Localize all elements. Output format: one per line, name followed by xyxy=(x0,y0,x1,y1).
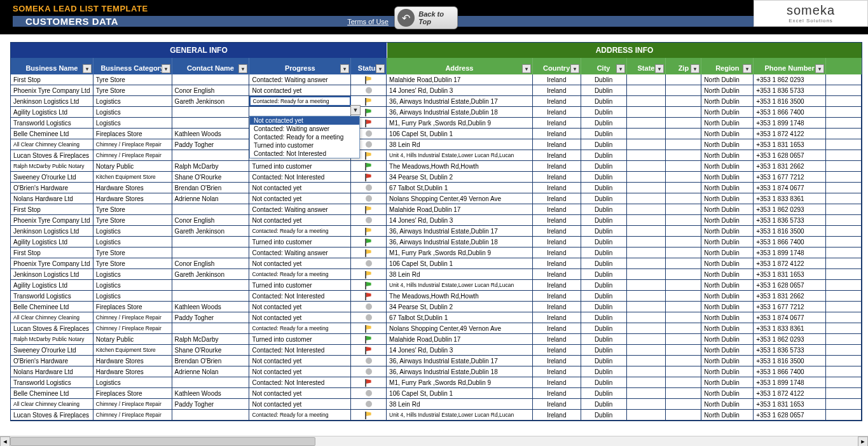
cell-country[interactable]: Ireland xyxy=(533,193,581,204)
cell-address[interactable]: 67 Talbot St,Dublin 1 xyxy=(387,312,533,323)
cell-city[interactable]: Dublin xyxy=(581,139,627,150)
cell-region[interactable]: North Dublin xyxy=(701,139,754,150)
cell-status[interactable] xyxy=(351,291,387,301)
cell-zip[interactable] xyxy=(666,345,701,355)
cell-address[interactable]: Unit 4, Hills Industrial Estate,Lower Lu… xyxy=(387,410,533,420)
cell-contact-name[interactable] xyxy=(172,118,250,128)
cell-state[interactable] xyxy=(627,345,666,355)
cell-business-name[interactable]: Lucan Stoves & Fireplaces xyxy=(11,150,93,160)
cell-state[interactable] xyxy=(627,356,666,366)
cell-zip[interactable] xyxy=(666,85,701,95)
cell-zip[interactable] xyxy=(666,204,701,214)
horizontal-scrollbar[interactable]: ◄ ► xyxy=(0,436,868,446)
cell-country[interactable]: Ireland xyxy=(533,410,581,420)
cell-progress[interactable]: Turned into customer xyxy=(249,280,351,290)
cell-country[interactable]: Ireland xyxy=(533,291,581,301)
cell-state[interactable] xyxy=(627,399,666,409)
cell-contact-name[interactable]: Kathleen Woods xyxy=(172,129,250,139)
cell-country[interactable]: Ireland xyxy=(533,172,581,182)
cell-extra[interactable] xyxy=(826,74,862,85)
cell-extra[interactable] xyxy=(826,399,862,409)
cell-state[interactable] xyxy=(627,410,666,420)
cell-business-category[interactable]: Logistics xyxy=(93,107,172,117)
cell-zip[interactable] xyxy=(666,183,701,193)
filter-icon[interactable]: ▾ xyxy=(743,64,752,73)
cell-business-name[interactable]: O'Brien's Hardware xyxy=(11,183,93,193)
cell-region[interactable]: North Dublin xyxy=(701,96,754,106)
cell-progress[interactable]: Not contacted yet xyxy=(249,215,351,225)
cell-city[interactable]: Dublin xyxy=(581,161,627,171)
cell-phone[interactable]: +353 1 831 1653 xyxy=(754,399,826,409)
cell-zip[interactable] xyxy=(666,280,701,290)
cell-progress[interactable]: Contacted: Waiting answer xyxy=(249,74,351,85)
cell-phone[interactable]: +353 1 866 7400 xyxy=(754,237,826,247)
cell-region[interactable]: North Dublin xyxy=(701,302,754,312)
cell-region[interactable]: North Dublin xyxy=(701,410,754,420)
cell-state[interactable] xyxy=(627,377,666,387)
filter-icon[interactable]: ▾ xyxy=(815,64,824,73)
cell-business-category[interactable]: Fireplaces Store xyxy=(93,388,172,398)
cell-business-name[interactable]: Lucan Stoves & Fireplaces xyxy=(11,323,93,333)
cell-region[interactable]: North Dublin xyxy=(701,399,754,409)
cell-state[interactable] xyxy=(627,258,666,268)
cell-progress[interactable]: Contacted: Waiting answer xyxy=(249,204,351,214)
cell-contact-name[interactable] xyxy=(172,74,250,85)
cell-phone[interactable]: +353 1 816 3500 xyxy=(754,226,826,236)
cell-phone[interactable]: +353 1 866 7400 xyxy=(754,366,826,377)
cell-address[interactable]: Unit 4, Hills Industrial Estate,Lower Lu… xyxy=(387,280,533,290)
cell-business-name[interactable]: Belle Cheminee Ltd xyxy=(11,302,93,312)
cell-region[interactable]: North Dublin xyxy=(701,107,754,117)
cell-extra[interactable] xyxy=(826,258,862,268)
cell-phone[interactable]: +353 1 872 4122 xyxy=(754,388,826,398)
cell-state[interactable] xyxy=(627,226,666,236)
cell-city[interactable]: Dublin xyxy=(581,366,627,377)
cell-business-category[interactable]: Chimney / Fireplace Repair xyxy=(93,410,172,420)
cell-zip[interactable] xyxy=(666,226,701,236)
filter-icon[interactable]: ▾ xyxy=(376,64,385,73)
cell-zip[interactable] xyxy=(666,323,701,333)
cell-country[interactable]: Ireland xyxy=(533,302,581,312)
cell-phone[interactable]: +353 1 874 0677 xyxy=(754,183,826,193)
cell-business-category[interactable]: Chimney / Fireplace Repair xyxy=(93,150,172,160)
cell-business-name[interactable]: Agility Logistics Ltd xyxy=(11,280,93,290)
cell-contact-name[interactable]: Adrienne Nolan xyxy=(172,193,250,204)
cell-status[interactable] xyxy=(351,172,387,182)
cell-business-category[interactable]: Chimney / Fireplace Repair xyxy=(93,312,172,323)
cell-business-name[interactable]: Phoenix Tyre Company Ltd xyxy=(11,258,93,268)
cell-extra[interactable] xyxy=(826,269,862,279)
cell-country[interactable]: Ireland xyxy=(533,388,581,398)
cell-status[interactable] xyxy=(351,247,387,258)
cell-contact-name[interactable]: Conor English xyxy=(172,258,250,268)
cell-business-name[interactable]: All Clear Chimney Cleaning xyxy=(11,139,93,150)
cell-city[interactable]: Dublin xyxy=(581,226,627,236)
cell-phone[interactable]: +353 1 833 8361 xyxy=(754,193,826,204)
cell-phone[interactable]: +353 1 872 4122 xyxy=(754,258,826,268)
cell-extra[interactable] xyxy=(826,334,862,344)
cell-city[interactable]: Dublin xyxy=(581,150,627,160)
cell-address[interactable]: 106 Capel St, Dublin 1 xyxy=(387,258,533,268)
cell-contact-name[interactable]: Shane O'Rourke xyxy=(172,172,250,182)
terms-link[interactable]: Terms of Use xyxy=(347,18,389,25)
cell-city[interactable]: Dublin xyxy=(581,377,627,387)
cell-region[interactable]: North Dublin xyxy=(701,85,754,95)
cell-zip[interactable] xyxy=(666,193,701,204)
cell-region[interactable]: North Dublin xyxy=(701,366,754,377)
cell-contact-name[interactable]: Gareth Jenkinson xyxy=(172,269,250,279)
cell-country[interactable]: Ireland xyxy=(533,323,581,333)
cell-phone[interactable]: +353 1 831 2662 xyxy=(754,291,826,301)
cell-state[interactable] xyxy=(627,269,666,279)
cell-state[interactable] xyxy=(627,312,666,323)
cell-phone[interactable]: +353 1 862 0293 xyxy=(754,204,826,214)
progress-dropdown[interactable]: Not contacted yetContacted: Waiting answ… xyxy=(249,116,360,158)
cell-business-category[interactable]: Logistics xyxy=(93,280,172,290)
cell-progress[interactable]: Not contacted yet xyxy=(249,399,351,409)
cell-business-name[interactable]: Agility Logistics Ltd xyxy=(11,237,93,247)
filter-icon[interactable]: ▾ xyxy=(616,64,625,73)
cell-contact-name[interactable] xyxy=(172,291,250,301)
cell-address[interactable]: 14 Jones' Rd, Dublin 3 xyxy=(387,345,533,355)
cell-country[interactable]: Ireland xyxy=(533,85,581,95)
cell-progress[interactable]: Not contacted yet xyxy=(249,258,351,268)
cell-progress[interactable]: Contacted: Ready for a meeting xyxy=(249,96,351,106)
cell-contact-name[interactable]: Kathleen Woods xyxy=(172,388,250,398)
cell-city[interactable]: Dublin xyxy=(581,129,627,139)
